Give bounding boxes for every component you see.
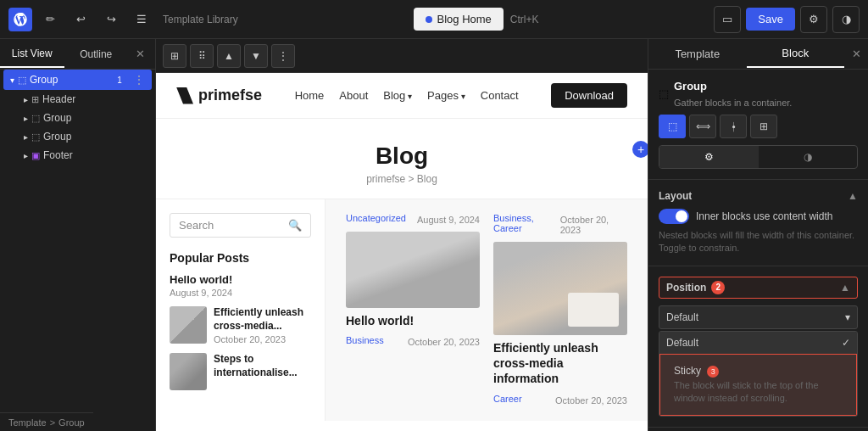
layout-chevron-icon[interactable]: ▲ <box>848 190 858 202</box>
tree-item-group-1[interactable]: ▸ ⬚ Group <box>17 109 155 127</box>
popular-posts-title: Popular Posts <box>170 251 311 265</box>
position-title: Position 2 <box>666 281 725 294</box>
move-up-tool[interactable]: ▲ <box>217 44 241 68</box>
nav-home[interactable]: Home <box>295 89 325 102</box>
select-tool[interactable]: ⊞ <box>163 44 186 68</box>
layout-title: Layout <box>659 190 692 202</box>
post-thumb-1 <box>170 306 207 344</box>
post-column-2: Business, Career October 20, 2023 Effici… <box>487 213 634 407</box>
undo-icon[interactable]: ↩ <box>68 7 93 32</box>
inner-blocks-toggle[interactable] <box>659 209 689 224</box>
post-date-1: October 20, 2023 <box>214 334 311 344</box>
save-button[interactable]: Save <box>746 8 795 31</box>
bottom-bar: Template > Group <box>0 412 93 431</box>
group-icon: ⬚ <box>18 75 26 86</box>
more-options-icon[interactable]: ⋮ <box>133 73 145 87</box>
tree-item-group-selected[interactable]: ▾ ⬚ Group 1 ⋮ <box>3 70 152 90</box>
theme-toggle-icon[interactable]: ◑ <box>832 6 860 33</box>
tree-item-header[interactable]: ▸ ⊞ Header <box>17 90 155 109</box>
group-icon-1: ⬚ <box>31 113 40 124</box>
search-icon: 🔍 <box>288 219 302 232</box>
panel-close-icon[interactable]: ✕ <box>128 42 152 66</box>
post-info-2: Steps to internationalise... <box>214 353 311 379</box>
subtab-styles[interactable]: ◑ <box>759 146 858 168</box>
move-down-tool[interactable]: ▼ <box>244 44 268 68</box>
style-btn-3[interactable]: ⍿ <box>720 115 747 138</box>
devices-icon[interactable]: ▭ <box>714 6 741 33</box>
shortcut-label: Ctrl+K <box>510 14 539 25</box>
subtab-settings[interactable]: ⚙ <box>659 146 759 168</box>
search-box[interactable]: Search 🔍 <box>170 213 311 238</box>
tree-item-footer[interactable]: ▸ ▣ Footer <box>17 146 155 165</box>
edit-icon[interactable]: ✏ <box>37 7 63 32</box>
post-title-2: Steps to internationalise... <box>214 353 311 379</box>
cat-link-bottom-2[interactable]: Career <box>493 394 522 404</box>
cat-link-2[interactable]: Business, Career <box>493 213 534 233</box>
canvas-add-button[interactable]: + <box>632 141 648 158</box>
breadcrumb: primefse > Blog <box>156 173 648 185</box>
tree-sub: ▸ ⊞ Header ▸ ⬚ Group ▸ ⬚ Group ▸ ▣ Foote… <box>0 90 155 165</box>
nav-blog[interactable]: Blog <box>383 89 412 102</box>
popular-post-item-2: Steps to internationalise... <box>170 353 311 390</box>
blog-home-label: Blog Home <box>437 13 492 25</box>
document-icon[interactable]: ☰ <box>129 7 154 32</box>
tree-item-group-2[interactable]: ▸ ⬚ Group <box>17 127 155 146</box>
blog-home-tab[interactable]: Blog Home <box>414 8 504 31</box>
style-btn-2[interactable]: ⟺ <box>689 115 716 138</box>
top-bar: ✏ ↩ ↪ ☰ Template Library Blog Home Ctrl+… <box>0 0 868 39</box>
tab-template[interactable]: Template <box>648 41 747 67</box>
right-panel-tabs: Template Block ✕ <box>648 39 868 70</box>
toggle-knob <box>676 210 687 222</box>
post-date-bottom-2: October 20, 2023 <box>555 395 627 406</box>
nav-links: Home About Blog Pages Contact <box>295 89 519 102</box>
wordpress-icon[interactable] <box>8 8 32 31</box>
style-btn-4[interactable]: ⊞ <box>750 115 777 138</box>
download-button[interactable]: Download <box>551 83 627 108</box>
chevron-icon: ▸ <box>24 95 28 104</box>
option-sticky[interactable]: Sticky 3 The block will stick to the top… <box>659 354 857 417</box>
option-default[interactable]: Default ✓ <box>659 332 857 354</box>
main-layout: List View Outline ✕ ▾ ⬚ Group 1 ⋮ ▸ ⊞ He… <box>0 0 868 431</box>
dropdown-chevron-icon: ▾ <box>845 311 850 323</box>
settings-icon[interactable]: ⚙ <box>800 6 827 33</box>
nav-about[interactable]: About <box>339 89 368 102</box>
bottombar-group[interactable]: Group <box>58 417 85 428</box>
position-dropdown[interactable]: Default ▾ <box>659 305 858 329</box>
nav-pages[interactable]: Pages <box>427 89 465 102</box>
post-date-col1: August 9, 2024 <box>417 215 480 225</box>
redo-icon[interactable]: ↪ <box>98 7 124 32</box>
blog-title: Blog <box>156 143 648 170</box>
canvas-toolbar: ⊞ ⠿ ▲ ▼ ⋮ <box>156 39 648 73</box>
cat-link-1[interactable]: Uncategorized <box>346 213 406 223</box>
site-nav: primefse Home About Blog Pages Contact D… <box>156 73 648 119</box>
post-category-bottom-2: Career <box>493 394 522 404</box>
tree-label-group: Group <box>30 74 58 86</box>
position-chevron-icon[interactable]: ▲ <box>840 282 850 294</box>
block-group-section: ⬚ Group Gather blocks in a container. ⬚ … <box>648 70 868 180</box>
group-title: Group Gather blocks in a container. <box>674 80 792 108</box>
layout-header: Layout ▲ <box>659 190 858 202</box>
blog-content: Search 🔍 Popular Posts Hello world! Augu… <box>156 199 648 421</box>
style-btn-1[interactable]: ⬚ <box>659 115 686 138</box>
nav-contact[interactable]: Contact <box>481 89 519 102</box>
bottombar-template[interactable]: Template <box>8 417 47 428</box>
checkmark-icon: ✓ <box>842 337 850 349</box>
panel-tabs: List View Outline ✕ <box>0 39 155 70</box>
tab-outline[interactable]: Outline <box>64 42 129 67</box>
post-image-1 <box>346 232 480 308</box>
post-category-1: Uncategorized <box>346 213 406 223</box>
block-style-buttons: ⬚ ⟺ ⍿ ⊞ <box>659 115 858 138</box>
post-title-col1: Hello world! <box>346 313 480 328</box>
drag-tool[interactable]: ⠿ <box>190 44 214 68</box>
right-panel-close-icon[interactable]: ✕ <box>844 42 868 66</box>
logo-text: primefse <box>198 87 262 104</box>
tab-list-view[interactable]: List View <box>0 41 64 68</box>
chevron-icon: ▸ <box>24 114 28 123</box>
post-category-bottom-1: Business <box>346 335 384 345</box>
cat-link-bottom-1[interactable]: Business <box>346 335 384 345</box>
more-tool[interactable]: ⋮ <box>271 44 295 68</box>
bottombar-separator: > <box>50 417 55 428</box>
post-bottom-meta-1: Business October 20, 2023 <box>346 335 480 349</box>
tab-block[interactable]: Block <box>747 40 845 68</box>
top-bar-right: ▭ Save ⚙ ◑ <box>705 6 868 33</box>
